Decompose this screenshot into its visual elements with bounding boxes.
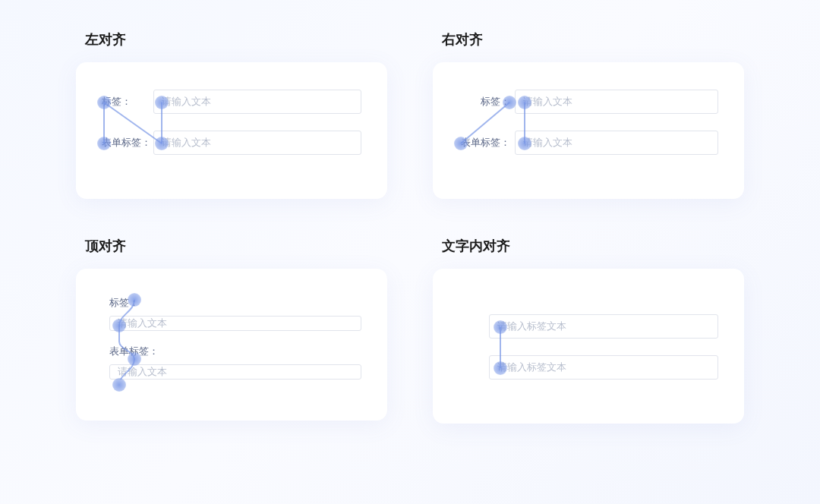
- text-input[interactable]: 请输入文本: [153, 90, 361, 114]
- text-input[interactable]: 请输入文本: [109, 364, 361, 380]
- block-title-top: 顶对齐: [85, 237, 387, 255]
- block-right-align: 右对齐 标签： 请输入文本 表单标签： 请输入文本: [433, 30, 744, 199]
- block-title-right: 右对齐: [442, 30, 744, 49]
- block-inline-align: 文字内对齐 请输入标签文本 请输入标签文本: [433, 237, 744, 424]
- form-label: 标签：: [102, 95, 153, 109]
- block-left-align: 左对齐 标签： 请输入文本 表单标签： 请输入文本: [76, 30, 387, 199]
- form-label: 表单标签：: [109, 345, 361, 358]
- text-input[interactable]: 请输入标签文本: [489, 355, 718, 380]
- form-row: 请输入标签文本: [459, 355, 718, 380]
- form-row: 请输入标签文本: [459, 314, 718, 339]
- form-row: 表单标签： 请输入文本: [459, 131, 718, 155]
- form-label: 标签：: [109, 296, 361, 310]
- card-inline-align: 请输入标签文本 请输入标签文本: [433, 269, 744, 424]
- block-title-inline: 文字内对齐: [442, 237, 744, 255]
- text-input[interactable]: 请输入标签文本: [489, 314, 718, 339]
- text-input[interactable]: 请输入文本: [153, 131, 361, 155]
- card-right-align: 标签： 请输入文本 表单标签： 请输入文本: [433, 62, 744, 199]
- form-label: 表单标签：: [102, 136, 153, 150]
- block-title-left: 左对齐: [85, 30, 387, 49]
- form-row: 标签： 请输入文本: [102, 90, 361, 114]
- card-left-align: 标签： 请输入文本 表单标签： 请输入文本: [76, 62, 387, 199]
- card-top-align: 标签： 请输入文本 表单标签： 请输入文本: [76, 269, 387, 421]
- text-input[interactable]: 请输入文本: [515, 131, 718, 155]
- block-top-align: 顶对齐 标签： 请输入文本 表单标签： 请输入文本: [76, 237, 387, 424]
- form-row: 表单标签： 请输入文本: [102, 131, 361, 155]
- form-row: 标签： 请输入文本: [459, 90, 718, 114]
- text-input[interactable]: 请输入文本: [109, 316, 361, 331]
- text-input[interactable]: 请输入文本: [515, 90, 718, 114]
- form-row: 表单标签： 请输入文本: [102, 345, 361, 380]
- alignment-dot-icon: [112, 378, 126, 392]
- form-label: 标签：: [459, 95, 510, 109]
- form-label: 表单标签：: [459, 136, 510, 150]
- form-row: 标签： 请输入文本: [102, 296, 361, 331]
